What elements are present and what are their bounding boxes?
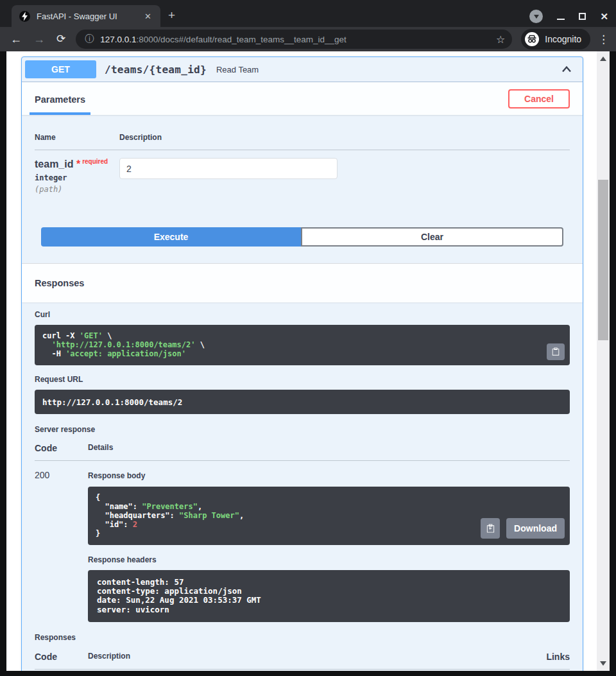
scrollbar-thumb[interactable] — [598, 180, 608, 340]
execute-button[interactable]: Execute — [41, 227, 301, 247]
curl-label: Curl — [35, 310, 570, 319]
request-url-value: http://127.0.0.1:8000/teams/2 — [42, 397, 182, 407]
clipboard-icon — [551, 347, 560, 356]
download-button[interactable]: Download — [506, 518, 565, 539]
responses-section-header: Responses — [22, 263, 583, 302]
server-response-code: 200 — [35, 470, 88, 623]
opblock-summary[interactable]: GET /teams/{team_id} Read Team — [22, 57, 583, 82]
copy-response-button[interactable] — [481, 518, 500, 539]
incognito-badge: Incognito — [521, 29, 590, 49]
server-response-label: Server response — [35, 425, 570, 434]
bookmark-star-icon[interactable]: ☆ — [496, 33, 505, 46]
opblock-get-teams: GET /teams/{team_id} Read Team Parameter… — [21, 56, 583, 671]
incognito-icon — [524, 31, 540, 47]
browser-tab-active[interactable]: FastAPI - Swagger UI ✕ — [12, 5, 160, 27]
tab-parameters[interactable]: Parameters — [30, 89, 90, 115]
site-info-icon[interactable]: ⓘ — [85, 33, 94, 45]
parameters-section-header: Parameters Cancel — [22, 82, 583, 115]
tab-close-icon[interactable]: ✕ — [142, 10, 154, 22]
curl-command-block: curl -X 'GET' \ 'http://127.0.0.1:8000/t… — [35, 325, 570, 365]
forward-button[interactable]: → — [33, 33, 45, 45]
server-response-code-header: Code — [35, 443, 88, 453]
clear-button[interactable]: Clear — [301, 227, 563, 247]
browser-toolbar: ← → ⟳ ⓘ 127.0.0.1:8000/docs#/default/rea… — [0, 27, 616, 51]
parameter-name: team_id *required — [35, 158, 119, 170]
url-path: :8000/docs#/default/read_team_teams__tea… — [137, 35, 346, 44]
column-header-description: Description — [119, 133, 162, 142]
reload-button[interactable]: ⟳ — [56, 33, 65, 45]
response-body-label: Response body — [88, 471, 570, 480]
collapse-chevron-icon[interactable] — [560, 63, 573, 76]
column-header-name: Name — [35, 133, 119, 142]
window-minimize-button[interactable] — [557, 19, 565, 20]
required-asterisk: * — [73, 159, 80, 169]
documented-responses-label: Responses — [35, 633, 570, 642]
responses-title: Responses — [35, 278, 84, 288]
method-badge: GET — [25, 60, 96, 78]
back-button[interactable]: ← — [10, 33, 22, 45]
browser-menu-icon[interactable]: ⋮ — [598, 33, 609, 46]
browser-update-icon[interactable] — [529, 10, 543, 23]
copy-curl-button[interactable] — [547, 343, 565, 360]
responses-description-header: Description — [88, 652, 546, 662]
parameter-row-team-id: team_id *required integer (path) — [35, 150, 570, 194]
required-label: required — [82, 158, 108, 165]
incognito-label: Incognito — [545, 34, 581, 44]
request-url-block: http://127.0.0.1:8000/teams/2 — [35, 390, 570, 414]
responses-table-row: 200 Successful Response No links — [35, 670, 570, 671]
swagger-page: GET /teams/{team_id} Read Team Parameter… — [6, 51, 597, 671]
endpoint-path: /teams/{team_id} — [105, 64, 207, 76]
curl-command-text: curl -X 'GET' \ 'http://127.0.0.1:8000/t… — [42, 331, 562, 359]
server-response-row: 200 Response body { "name": "Preventers"… — [35, 461, 570, 623]
window-close-button[interactable]: ✕ — [600, 12, 608, 21]
response-headers-block: content-length: 57content-type: applicat… — [88, 570, 570, 623]
parameters-body: Name Description team_id *required integ… — [22, 115, 583, 263]
response-headers-label: Response headers — [88, 555, 570, 564]
page-scrollbar[interactable] — [597, 51, 610, 671]
scrollbar-down-arrow-icon[interactable] — [600, 661, 606, 666]
request-url-label: Request URL — [35, 375, 570, 384]
parameter-type: integer — [35, 173, 119, 182]
browser-tab-strip: FastAPI - Swagger UI ✕ + ✕ — [0, 0, 616, 27]
team-id-input[interactable] — [119, 158, 338, 179]
response-headers-text: content-length: 57content-type: applicat… — [97, 578, 561, 615]
new-tab-button[interactable]: + — [168, 9, 175, 21]
responses-links-header: Links — [546, 652, 570, 662]
responses-body: Curl curl -X 'GET' \ 'http://127.0.0.1:8… — [22, 302, 583, 671]
address-bar[interactable]: ⓘ 127.0.0.1:8000/docs#/default/read_team… — [76, 30, 512, 49]
clipboard-icon — [486, 523, 495, 533]
fastapi-favicon-icon — [19, 11, 30, 22]
parameter-location: (path) — [35, 185, 119, 194]
window-maximize-button[interactable] — [579, 13, 586, 20]
response-body-block: { "name": "Preventers", "headquarters": … — [88, 487, 570, 545]
cancel-button[interactable]: Cancel — [508, 89, 570, 108]
endpoint-summary: Read Team — [216, 65, 560, 74]
server-response-details-header: Details — [88, 443, 113, 453]
responses-code-header: Code — [35, 652, 88, 662]
url-text[interactable]: 127.0.0.1:8000/docs#/default/read_team_t… — [100, 35, 346, 44]
url-host: 127.0.0.1 — [100, 35, 136, 44]
tab-title: FastAPI - Swagger UI — [37, 12, 142, 21]
scrollbar-up-arrow-icon[interactable] — [600, 56, 606, 61]
